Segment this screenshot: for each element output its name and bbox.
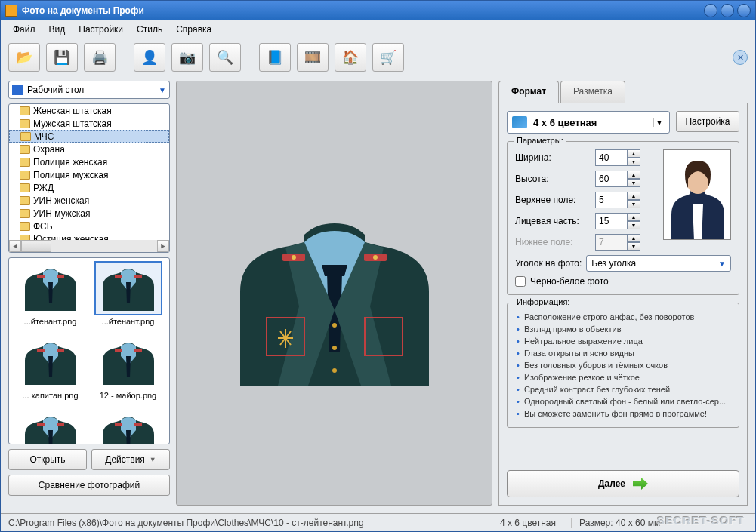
height-label: Высота: <box>515 174 591 184</box>
height-spinner[interactable]: ▲▼ <box>595 171 640 187</box>
film-icon[interactable]: 🎞️ <box>297 43 329 72</box>
menu-file[interactable]: Файл <box>7 22 42 37</box>
menu-style[interactable]: Стиль <box>131 22 168 37</box>
format-settings-button[interactable]: Настройка <box>676 111 739 132</box>
spin-down-icon[interactable]: ▼ <box>627 200 640 208</box>
width-input[interactable] <box>595 149 627 166</box>
corner-combo[interactable]: Без уголка ▼ <box>586 255 731 272</box>
spin-down-icon[interactable]: ▼ <box>627 158 640 166</box>
spin-up-icon[interactable]: ▲ <box>627 192 640 200</box>
menu-settings[interactable]: Настройки <box>73 22 129 37</box>
params-legend: Параметры: <box>514 136 566 145</box>
spin-down-icon[interactable]: ▼ <box>627 221 640 229</box>
folder-tree[interactable]: Женская штатскаяМужская штатскаяМЧСОхран… <box>8 103 170 253</box>
thumbnail[interactable]: ... капитан.png <box>12 335 88 407</box>
info-item: Глаза открыты и ясно видны <box>515 347 731 359</box>
tree-item[interactable]: ФСБ <box>9 220 169 232</box>
info-item: Вы сможете заменить фон прямо в программ… <box>515 407 731 420</box>
tree-item-label: МЧС <box>34 131 54 142</box>
maximize-button[interactable] <box>721 4 734 17</box>
svg-rect-5 <box>57 349 64 352</box>
spin-up-icon[interactable]: ▲ <box>627 149 640 158</box>
bottom-label: Нижнее поле: <box>515 237 591 248</box>
help-book-icon[interactable]: 📘 <box>259 43 291 72</box>
open-button[interactable]: Открыть <box>8 449 87 470</box>
thumbnail[interactable]: ...йтенант.png <box>90 261 166 334</box>
tree-item[interactable]: Женская штатская <box>9 104 169 117</box>
next-button[interactable]: Далее <box>507 470 739 497</box>
chevron-down-icon: ▼ <box>653 118 665 127</box>
tree-item-label: ФСБ <box>33 221 53 232</box>
folder-icon <box>20 132 31 141</box>
tree-item[interactable]: Юстиция женская <box>9 232 169 240</box>
svg-rect-7 <box>134 349 142 352</box>
cart-icon[interactable]: 🛒 <box>372 43 404 72</box>
spin-up-icon[interactable]: ▲ <box>627 171 640 179</box>
thumbnail[interactable] <box>12 409 88 444</box>
preview-image <box>210 201 459 386</box>
tree-item[interactable]: Полиция мужская <box>9 168 169 181</box>
scroll-right-icon[interactable]: ► <box>157 240 169 252</box>
scroll-thumb[interactable] <box>21 240 51 252</box>
bw-checkbox[interactable] <box>515 276 526 287</box>
tree-item-label: УИН мужская <box>33 208 90 219</box>
tree-item[interactable]: МЧС <box>9 130 169 143</box>
chevron-down-icon: ▼ <box>150 456 156 463</box>
tab-layout[interactable]: Разметка <box>560 81 625 103</box>
camera-icon[interactable]: 📷 <box>171 43 203 72</box>
save-icon[interactable]: 💾 <box>46 43 78 72</box>
top-spinner[interactable]: ▲▼ <box>595 192 640 208</box>
width-spinner[interactable]: ▲▼ <box>595 149 640 166</box>
actions-button[interactable]: Действия▼ <box>91 449 170 470</box>
thumbnail-grid[interactable]: ...йтенант.png...йтенант.png... капитан.… <box>8 257 170 444</box>
svg-rect-8 <box>37 423 45 426</box>
info-item: Средний контраст без глубоких теней <box>515 383 731 395</box>
compare-button[interactable]: Сравнение фотографий <box>8 475 170 496</box>
tree-item[interactable]: Полиция женская <box>9 155 169 168</box>
spin-up-icon[interactable]: ▲ <box>627 213 640 221</box>
tree-item[interactable]: УИН мужская <box>9 207 169 220</box>
svg-rect-10 <box>115 423 122 426</box>
tree-item[interactable]: Охрана <box>9 143 169 155</box>
tree-scrollbar[interactable]: ◄ ► <box>9 240 169 252</box>
minimize-button[interactable] <box>704 4 717 17</box>
tab-format[interactable]: Формат <box>498 81 559 103</box>
top-input[interactable] <box>595 192 627 208</box>
spin-down-icon[interactable]: ▼ <box>627 179 640 187</box>
chevron-down-icon: ▼ <box>159 86 166 94</box>
tree-item-label: Охрана <box>33 144 65 155</box>
tree-item[interactable]: Мужская штатская <box>9 117 169 130</box>
scroll-left-icon[interactable]: ◄ <box>9 240 21 252</box>
face-input[interactable] <box>595 213 627 229</box>
face-spinner[interactable]: ▲▼ <box>595 213 640 229</box>
print-icon[interactable]: 🖨️ <box>84 43 116 72</box>
thumbnail[interactable] <box>90 409 166 444</box>
folder-icon <box>20 158 30 167</box>
menu-help[interactable]: Справка <box>170 22 218 37</box>
thumbnail[interactable]: ...йтенант.png <box>12 261 88 334</box>
open-button-label: Открыть <box>29 454 65 465</box>
thumbnail-image <box>17 261 85 315</box>
home-icon[interactable]: 🏠 <box>335 43 366 72</box>
format-combo[interactable]: 4 x 6 цветная ▼ <box>507 111 670 134</box>
photo-format-icon <box>512 116 527 128</box>
close-button[interactable] <box>737 4 751 17</box>
params-fieldset: Параметры: Ширина:▲▼ Высота:▲▼ Верхнее п… <box>507 141 739 295</box>
statusbar: C:\Program Files (x86)\Фото на документы… <box>1 513 755 531</box>
folder-open-icon[interactable]: 📂 <box>8 43 40 72</box>
tree-item[interactable]: УИН женская <box>9 194 169 207</box>
titlebar: Фото на документы Профи <box>1 1 755 20</box>
height-input[interactable] <box>595 171 627 187</box>
photo-zoom-icon[interactable]: 🔍 <box>209 43 241 72</box>
top-label: Верхнее поле: <box>515 195 591 205</box>
menu-view[interactable]: Вид <box>43 22 72 37</box>
status-size: Размер: 40 x 60 мм <box>571 518 660 528</box>
tree-item-label: УИН женская <box>33 195 89 206</box>
tree-item[interactable]: РЖД <box>9 181 169 194</box>
thumbnail[interactable]: 12 - майор.png <box>90 335 166 407</box>
location-combo[interactable]: Рабочий стол ▼ <box>8 81 170 99</box>
right-panel: Формат Разметка 4 x 6 цветная ▼ Настройк… <box>498 81 748 506</box>
panel-close-icon[interactable]: ✕ <box>733 50 748 65</box>
info-fieldset: Информация: Расположение строго анфас, б… <box>507 303 739 428</box>
person-search-icon[interactable]: 👤 <box>134 43 165 72</box>
